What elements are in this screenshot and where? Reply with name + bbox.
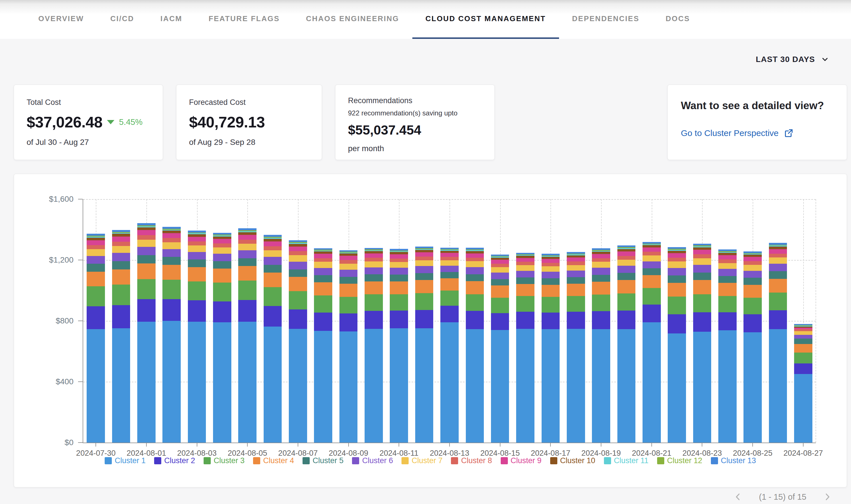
bar-2024-08-25[interactable] (744, 251, 762, 443)
bar-2024-08-20[interactable] (618, 246, 636, 443)
tab-docs[interactable]: DOCS (653, 0, 703, 39)
bar-2024-08-19[interactable] (592, 248, 610, 443)
time-range-dropdown[interactable]: LAST 30 DAYS (756, 55, 829, 64)
bar-segment-cluster-5 (188, 259, 206, 267)
bar-segment-cluster-5 (643, 268, 661, 275)
bar-segment-cluster-1 (137, 322, 156, 443)
legend-item-cluster-3[interactable]: Cluster 3 (204, 456, 244, 465)
bar-2024-07-31[interactable] (112, 230, 131, 443)
bar-segment-cluster-4 (794, 344, 812, 353)
legend-item-cluster-9[interactable]: Cluster 9 (501, 456, 542, 465)
legend-item-cluster-6[interactable]: Cluster 6 (352, 456, 393, 465)
legend-item-cluster-4[interactable]: Cluster 4 (253, 456, 294, 465)
bar-segment-cluster-3 (188, 282, 206, 301)
x-tick-2024-08-09 (348, 443, 349, 447)
bar-2024-08-11[interactable] (390, 249, 408, 443)
bar-2024-08-14[interactable] (466, 248, 484, 443)
bar-segment-cluster-9 (162, 233, 181, 238)
prev-page-button[interactable] (733, 492, 743, 502)
tab-chaos-engineering[interactable]: CHAOS ENGINEERING (293, 0, 412, 39)
tab-iacm[interactable]: IACM (147, 0, 195, 39)
bar-segment-cluster-5 (314, 275, 332, 282)
bar-segment-cluster-8 (491, 264, 509, 267)
bar-2024-08-03[interactable] (188, 231, 206, 443)
legend-swatch-icon (401, 457, 409, 464)
bar-segment-cluster-10 (289, 244, 307, 247)
cluster-perspective-link[interactable]: Go to Cluster Perspective (681, 128, 834, 138)
bar-2024-08-27[interactable] (794, 324, 812, 443)
bar-segment-cluster-10 (744, 255, 762, 257)
bar-2024-08-24[interactable] (718, 249, 736, 443)
bar-segment-cluster-4 (112, 269, 131, 285)
bar-segment-cluster-5 (718, 276, 736, 283)
bar-segment-cluster-1 (264, 327, 282, 443)
bar-segment-cluster-9 (592, 254, 610, 258)
bar-segment-cluster-9 (264, 241, 282, 246)
bar-segment-cluster-6 (643, 262, 661, 268)
bar-2024-07-30[interactable] (87, 234, 105, 443)
legend-item-cluster-13[interactable]: Cluster 13 (711, 456, 756, 465)
bar-segment-cluster-2 (693, 312, 711, 332)
legend-item-cluster-12[interactable]: Cluster 12 (657, 456, 702, 465)
bar-segment-cluster-10 (390, 252, 408, 254)
bar-2024-08-05[interactable] (238, 228, 257, 443)
bar-segment-cluster-9 (289, 247, 307, 251)
legend-label: Cluster 11 (614, 456, 648, 465)
bar-2024-08-17[interactable] (542, 254, 560, 443)
legend-item-cluster-5[interactable]: Cluster 5 (302, 456, 344, 465)
bar-segment-cluster-8 (213, 244, 231, 248)
bar-slot-2024-08-11 (386, 199, 412, 443)
legend-item-cluster-7[interactable]: Cluster 7 (401, 456, 442, 465)
bar-segment-cluster-3 (112, 285, 131, 305)
bar-2024-08-26[interactable] (769, 243, 787, 443)
tab-dependencies[interactable]: DEPENDENCIES (559, 0, 653, 39)
bar-segment-cluster-7 (415, 260, 434, 266)
bar-2024-08-07[interactable] (289, 240, 307, 443)
bar-segment-cluster-2 (744, 314, 762, 332)
bar-2024-08-02[interactable] (162, 227, 181, 443)
bar-segment-cluster-10 (592, 252, 610, 254)
bar-2024-08-10[interactable] (365, 248, 383, 443)
legend-item-cluster-2[interactable]: Cluster 2 (154, 456, 195, 465)
bar-segment-cluster-3 (440, 291, 459, 306)
bar-2024-08-16[interactable] (516, 253, 535, 443)
y-tick-800 (78, 321, 83, 321)
bar-2024-08-15[interactable] (491, 255, 509, 443)
bar-2024-08-09[interactable] (340, 250, 358, 443)
bar-segment-cluster-1 (289, 329, 307, 443)
cluster-perspective-link-label: Go to Cluster Perspective (681, 128, 779, 138)
bar-segment-cluster-8 (466, 258, 484, 262)
bar-slot-2024-08-13 (437, 199, 462, 443)
bar-2024-08-04[interactable] (213, 233, 231, 443)
tab-cloud-cost-management[interactable]: CLOUD COST MANAGEMENT (412, 0, 559, 39)
bar-segment-cluster-3 (340, 297, 358, 314)
bar-2024-08-21[interactable] (643, 242, 661, 443)
bar-segment-cluster-8 (415, 256, 434, 260)
bar-2024-08-06[interactable] (264, 235, 282, 443)
tab-overview[interactable]: OVERVIEW (25, 0, 97, 39)
legend-swatch-icon (657, 457, 664, 464)
bar-2024-08-18[interactable] (567, 252, 585, 443)
bar-segment-cluster-7 (137, 240, 156, 247)
bar-segment-cluster-6 (162, 249, 181, 257)
bar-segment-cluster-5 (769, 271, 787, 278)
bar-segment-cluster-9 (643, 248, 661, 252)
legend-item-cluster-8[interactable]: Cluster 8 (451, 456, 492, 465)
bar-segment-cluster-1 (618, 329, 636, 443)
bar-2024-08-12[interactable] (415, 247, 434, 443)
bar-segment-cluster-6 (137, 247, 156, 255)
bar-2024-08-13[interactable] (440, 248, 459, 443)
tab-ci-cd[interactable]: CI/CD (97, 0, 147, 39)
next-page-button[interactable] (822, 492, 832, 502)
bar-2024-08-01[interactable] (137, 223, 156, 443)
legend-item-cluster-11[interactable]: Cluster 11 (604, 456, 648, 465)
bar-segment-cluster-7 (668, 262, 686, 268)
bar-2024-08-23[interactable] (693, 244, 711, 443)
bar-2024-08-08[interactable] (314, 248, 332, 443)
bar-2024-08-22[interactable] (668, 247, 686, 443)
legend-item-cluster-1[interactable]: Cluster 1 (105, 456, 145, 465)
legend-item-cluster-10[interactable]: Cluster 10 (550, 456, 595, 465)
tab-feature-flags[interactable]: FEATURE FLAGS (195, 0, 293, 39)
bar-segment-cluster-7 (618, 260, 636, 266)
external-link-icon (784, 128, 794, 138)
